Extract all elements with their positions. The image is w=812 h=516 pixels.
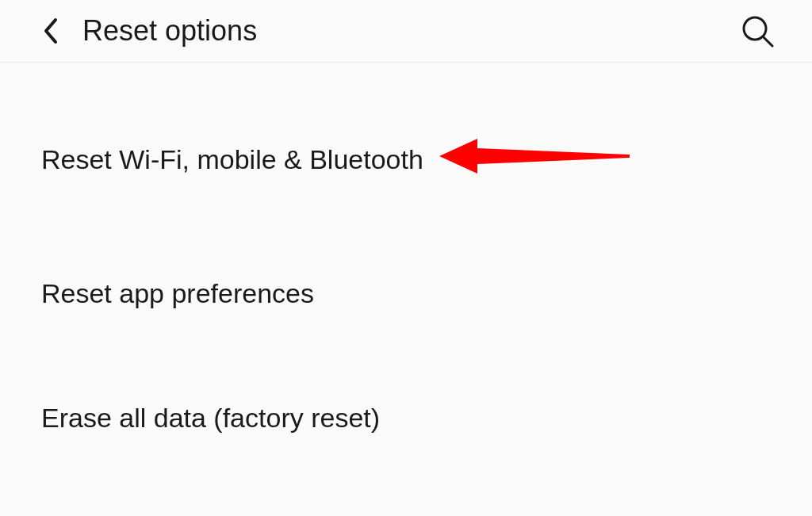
search-icon[interactable]: [741, 14, 774, 48]
header-left: Reset options: [41, 14, 257, 48]
option-label: Reset Wi-Fi, mobile & Bluetooth: [41, 144, 423, 175]
option-erase-all-data[interactable]: Erase all data (factory reset): [41, 403, 812, 434]
options-list: Reset Wi-Fi, mobile & Bluetooth Reset ap…: [0, 63, 812, 434]
svg-line-1: [763, 36, 772, 46]
header: Reset options: [0, 0, 812, 63]
option-reset-app-preferences[interactable]: Reset app preferences: [41, 278, 812, 309]
svg-marker-2: [439, 139, 630, 174]
option-reset-network[interactable]: Reset Wi-Fi, mobile & Bluetooth: [41, 134, 812, 185]
arrow-annotation-icon: [439, 134, 630, 185]
option-label: Erase all data (factory reset): [41, 403, 380, 434]
back-icon[interactable]: [41, 17, 59, 45]
option-label: Reset app preferences: [41, 278, 314, 309]
page-title: Reset options: [82, 14, 257, 48]
